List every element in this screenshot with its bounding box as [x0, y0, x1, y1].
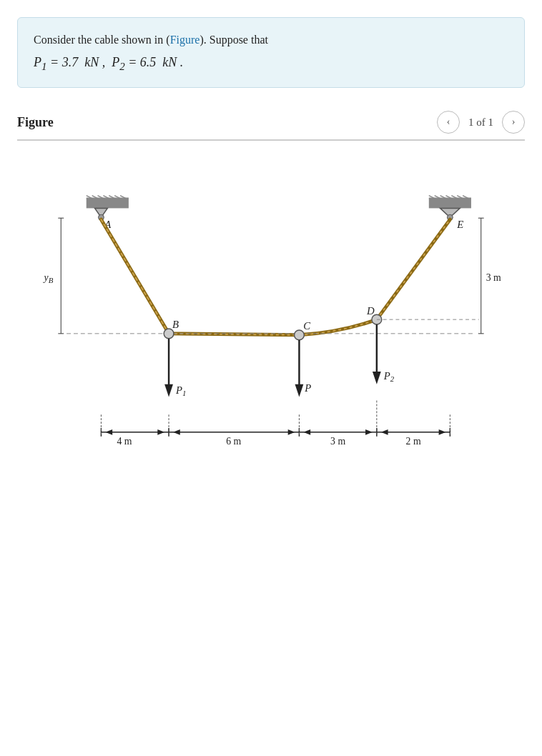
node-c — [295, 330, 305, 340]
figure-nav: ‹ 1 of 1 › — [437, 111, 525, 134]
dim-6m: 6 m — [226, 436, 241, 447]
label-d: D — [366, 305, 375, 317]
label-p: P — [304, 382, 311, 394]
page-info: 1 of 1 — [468, 116, 493, 129]
figure-section: Figure ‹ 1 of 1 › — [17, 111, 525, 498]
problem-box: Consider the cable shown in (Figure). Su… — [17, 17, 525, 88]
label-c: C — [303, 320, 310, 332]
figure-title: Figure — [17, 115, 54, 130]
figure-content: A E 3 m — [17, 141, 525, 498]
prev-button[interactable]: ‹ — [437, 111, 460, 134]
dim-3m-right: 3 m — [486, 272, 501, 283]
problem-text: Consider the cable shown in (Figure). Su… — [34, 31, 508, 49]
diagram-svg: A E 3 m — [24, 162, 518, 491]
next-button[interactable]: › — [502, 111, 525, 134]
figure-link[interactable]: Figure — [170, 34, 200, 46]
figure-header: Figure ‹ 1 of 1 › — [17, 111, 525, 141]
dim-4m: 4 m — [117, 436, 132, 447]
node-b — [164, 329, 174, 339]
svg-rect-12 — [429, 199, 471, 209]
dim-2m: 2 m — [406, 436, 421, 447]
dim-3m-bottom: 3 m — [330, 436, 345, 447]
svg-rect-1 — [87, 199, 129, 209]
label-b: B — [172, 319, 179, 330]
problem-math: P1 = 3.7 kN , P2 = 6.5 kN . — [34, 52, 508, 75]
label-e: E — [456, 219, 463, 230]
